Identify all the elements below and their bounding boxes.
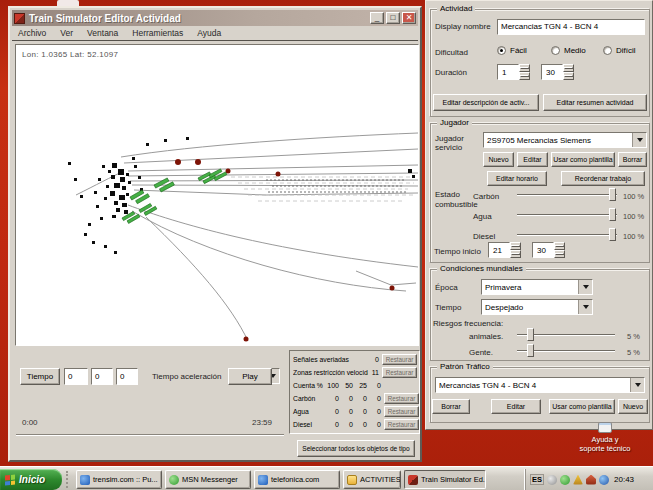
fuel-water-slider[interactable]	[517, 208, 617, 221]
internet-explorer-icon	[258, 475, 268, 485]
duration-hours-spinner[interactable]: 1	[497, 64, 530, 80]
service-new-button[interactable]: Nuevo	[483, 152, 514, 167]
system-tray: ES 20:43	[525, 469, 653, 490]
spin-up-icon[interactable]	[554, 242, 565, 250]
play-button[interactable]: Play	[228, 368, 272, 385]
tray-clock: 20:43	[614, 475, 634, 484]
edit-description-button[interactable]: Editar descripción de activ...	[433, 94, 539, 111]
diesel-restore-button[interactable]: Restaurar	[384, 419, 419, 430]
spin-down-icon[interactable]	[563, 72, 574, 80]
difficulty-radio-dificil[interactable]: Difícil	[603, 46, 636, 55]
timeline-end-label: 23:59	[252, 418, 272, 427]
service-edit-button[interactable]: Editar	[517, 152, 548, 167]
player-service-combobox[interactable]: 2S9705 Mercancias Siemens	[483, 132, 647, 148]
menubar: Archivo Ver Ventana Herramientas Ayuda	[12, 26, 418, 41]
menu-ver[interactable]: Ver	[60, 28, 73, 38]
spin-down-icon[interactable]	[554, 250, 565, 258]
speed-zones-label: Zonas restricción velocidad	[293, 369, 368, 376]
traffic-pattern-combobox[interactable]: Mercancias TGN 4 - BCN 4	[435, 377, 645, 393]
fuel-water-label: Agua	[473, 212, 492, 221]
taskbar-item-trensim[interactable]: trensim.com :: Pu...	[76, 470, 162, 489]
start-minutes-spinner[interactable]: 30	[532, 242, 565, 258]
route-map-canvas[interactable]: Lon: 1.0365 Lat: 52.1097	[15, 44, 419, 346]
desktop-icon-help-support[interactable]: Ayuda y soporte técnico	[560, 422, 650, 453]
speed-zones-restore-button[interactable]: Restaurar	[382, 367, 417, 378]
fuel-diesel-slider[interactable]	[517, 228, 617, 241]
tray-icon-user[interactable]	[573, 475, 583, 485]
difficulty-radio-medio[interactable]: Medio	[551, 46, 586, 55]
menu-ayuda[interactable]: Ayuda	[197, 28, 221, 38]
fuel-coal-slider[interactable]	[517, 188, 617, 201]
timeline-slider[interactable]	[16, 434, 284, 436]
tray-icon-home[interactable]	[586, 475, 596, 485]
time-hours-field[interactable]: 0	[64, 368, 88, 385]
count-header-label: Cuenta %	[293, 382, 325, 389]
tiempo-button[interactable]: Tiempo	[20, 368, 60, 385]
taskbar-item-label: trensim.com :: Pu...	[93, 475, 158, 484]
minimize-button[interactable]: _	[370, 12, 384, 24]
spin-up-icon[interactable]	[519, 64, 530, 72]
weather-value: Despejado	[482, 303, 578, 312]
menu-archivo[interactable]: Archivo	[18, 28, 46, 38]
duration-minutes-spinner[interactable]: 30	[541, 64, 574, 80]
chevron-down-icon[interactable]	[578, 280, 592, 294]
chevron-down-icon[interactable]	[630, 378, 644, 392]
fuel-coal-label: Carbón	[473, 192, 499, 201]
maximize-button[interactable]: □	[386, 12, 400, 24]
route-map-graphic	[16, 45, 418, 345]
spin-down-icon[interactable]	[510, 250, 521, 258]
tray-icon-messenger[interactable]	[560, 475, 570, 485]
display-name-input[interactable]: Mercancias TGN 4 - BCN 4	[497, 19, 645, 35]
taskbar-item-telefonica[interactable]: telefonica.com	[254, 470, 340, 489]
time-seconds-field[interactable]: 0	[116, 368, 138, 385]
start-button[interactable]: Inicio	[0, 469, 62, 490]
menu-ventana[interactable]: Ventana	[87, 28, 118, 38]
titlebar[interactable]: Train Simulator Editor Actividad _ □ ✕	[12, 10, 418, 26]
season-combobox[interactable]: Primavera	[481, 279, 593, 295]
traffic-delete-button[interactable]: Borrar	[432, 399, 470, 414]
start-minutes-value: 30	[532, 242, 554, 258]
water-restore-button[interactable]: Restaurar	[384, 406, 419, 417]
service-template-button[interactable]: Usar como plantilla	[551, 152, 615, 167]
failed-signals-restore-button[interactable]: Restaurar	[382, 354, 417, 365]
taskbar-item-msn-messenger[interactable]: MSN Messenger	[165, 470, 251, 489]
quick-launch-handle[interactable]	[66, 471, 72, 488]
taskbar-item-label: Train Simulator Ed...	[421, 475, 486, 484]
hazard-people-slider[interactable]	[517, 344, 615, 357]
edit-schedule-button[interactable]: Editar horario	[487, 171, 547, 186]
taskbar: Inicio trensim.com :: Pu... MSN Messenge…	[0, 466, 653, 490]
traffic-new-button[interactable]: Nuevo	[618, 399, 648, 414]
language-indicator[interactable]: ES	[530, 474, 544, 485]
coal-restore-button[interactable]: Restaurar	[384, 393, 419, 404]
time-minutes-field[interactable]: 0	[91, 368, 113, 385]
count-col-100: 100	[325, 382, 339, 389]
diesel-count: 0	[353, 421, 367, 428]
service-delete-button[interactable]: Borrar	[618, 152, 647, 167]
select-all-objects-button[interactable]: Seleccionar todos los objetos de tipo	[297, 440, 415, 457]
tray-icon-updates[interactable]	[547, 475, 557, 485]
chevron-down-icon[interactable]	[578, 300, 592, 314]
weather-combobox[interactable]: Despejado	[481, 299, 593, 315]
hazard-animals-slider[interactable]	[517, 328, 615, 341]
chevron-down-icon[interactable]	[632, 133, 646, 147]
train-simulator-icon	[408, 475, 418, 485]
patron-trafico-group-title: Patrón Tráfico	[437, 362, 493, 371]
taskbar-item-train-simulator[interactable]: Train Simulator Ed...	[404, 470, 486, 489]
spin-up-icon[interactable]	[510, 242, 521, 250]
edit-summary-button[interactable]: Editar resumen actividad	[543, 94, 647, 111]
reorder-work-button[interactable]: Reordenar trabajo	[561, 171, 645, 186]
difficulty-option-label: Fácil	[510, 46, 527, 55]
difficulty-radio-facil[interactable]: Fácil	[497, 46, 527, 55]
spin-up-icon[interactable]	[563, 64, 574, 72]
diesel-row-label: Diesel	[293, 421, 325, 428]
coordinates-readout: Lon: 1.0365 Lat: 52.1097	[22, 50, 118, 59]
start-hours-spinner[interactable]: 21	[488, 242, 521, 258]
traffic-edit-button[interactable]: Editar	[491, 399, 541, 414]
close-button[interactable]: ✕	[402, 12, 416, 24]
traffic-template-button[interactable]: Usar como plantilla	[549, 399, 615, 414]
menu-herramientas[interactable]: Herramientas	[132, 28, 183, 38]
tray-icon-network[interactable]	[599, 475, 609, 485]
spin-down-icon[interactable]	[519, 72, 530, 80]
taskbar-item-activities-folder[interactable]: ACTIVITIES	[343, 470, 401, 489]
start-hours-value: 21	[488, 242, 510, 258]
